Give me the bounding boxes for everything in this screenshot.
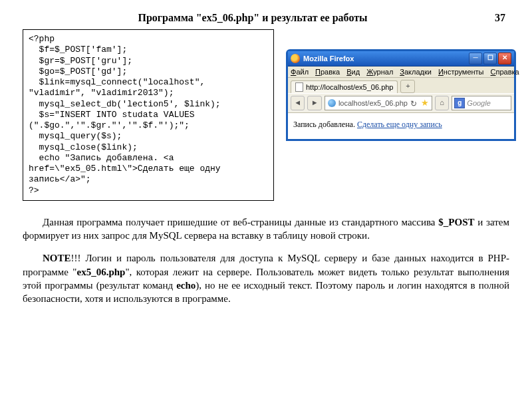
close-button[interactable]: ✕ (498, 53, 511, 65)
menu-history[interactable]: Журнал (366, 68, 393, 76)
menu-view[interactable]: Вид (346, 68, 360, 76)
page-number: 37 (479, 12, 505, 24)
menu-edit[interactable]: Правка (315, 68, 340, 76)
menubar: Файл Правка Вид Журнал Закладки Инструме… (288, 66, 514, 78)
result-text: Запись добавлена. (293, 120, 357, 129)
page-icon (295, 82, 303, 92)
header-title: Программа "ex5_06.php" и результат ее ра… (27, 12, 479, 24)
tab-label: http://localhost/ex5_06.php (306, 83, 393, 91)
menu-help[interactable]: Справка (491, 68, 519, 76)
menu-tools[interactable]: Инструменты (438, 68, 484, 76)
body-text: Данная программа получает пришедшие от в… (23, 215, 509, 306)
menu-bookmarks[interactable]: Закладки (400, 68, 432, 76)
forward-button[interactable]: ► (307, 96, 321, 110)
bookmark-icon[interactable]: ★ (421, 99, 429, 107)
paragraph-1: Данная программа получает пришедшие от в… (23, 215, 509, 243)
menu-file[interactable]: Файл (291, 68, 309, 76)
paragraph-2: NOTE!!! Логин и пароль пользователя для … (23, 251, 509, 305)
window-title: Mozilla Firefox (303, 55, 354, 63)
globe-icon (328, 99, 336, 107)
page-content: Запись добавлена. Сделать еще одну запис… (288, 113, 514, 139)
navigation-toolbar: ◄ ► localhost/ex5_06.php ↻ ★ ⌂ g Google (288, 93, 514, 113)
reload-icon[interactable]: ↻ (410, 99, 418, 107)
code-listing: <?php $f=$_POST['fam']; $gr=$_POST['gru'… (23, 29, 274, 201)
address-bar[interactable]: localhost/ex5_06.php ↻ ★ (325, 96, 432, 110)
tab-strip: http://localhost/ex5_06.php + (288, 78, 514, 93)
home-button[interactable]: ⌂ (435, 96, 449, 110)
search-placeholder: Google (467, 99, 490, 107)
back-button[interactable]: ◄ (291, 96, 305, 110)
url-text: localhost/ex5_06.php (338, 99, 408, 107)
minimize-button[interactable]: ─ (469, 53, 482, 65)
result-link[interactable]: Сделать еще одну запись (357, 120, 442, 129)
new-tab-button[interactable]: + (400, 80, 415, 93)
search-field[interactable]: g Google (452, 96, 511, 110)
titlebar: Mozilla Firefox ─ ☐ ✕ (288, 51, 514, 66)
firefox-icon (291, 54, 300, 63)
browser-tab[interactable]: http://localhost/ex5_06.php (291, 80, 398, 93)
google-icon: g (454, 98, 465, 108)
page-header: Программа "ex5_06.php" и результат ее ра… (23, 12, 509, 24)
browser-window: Mozilla Firefox ─ ☐ ✕ Файл Правка Вид Жу… (286, 49, 516, 141)
maximize-button[interactable]: ☐ (483, 53, 497, 65)
